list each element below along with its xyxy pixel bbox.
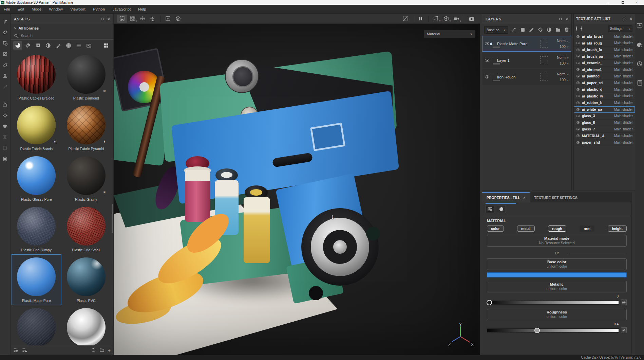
menu-help[interactable]: Help <box>134 7 150 11</box>
filter-brushes-icon[interactable] <box>54 41 63 50</box>
texture-set-row[interactable]: glass_5Main shader <box>574 120 635 126</box>
restore-button[interactable] <box>615 0 630 5</box>
material-cell[interactable]: Plastic Grid Bumpy <box>12 204 61 254</box>
uv-grid-icon[interactable]: ∨ <box>127 15 137 23</box>
visibility-icon[interactable] <box>576 75 580 77</box>
texture-set-row[interactable]: ai_alu_bruslMain shader <box>574 33 635 40</box>
visibility-icon[interactable] <box>576 82 580 84</box>
close-panel-icon[interactable]: × <box>630 17 632 21</box>
render-icon[interactable] <box>2 156 8 162</box>
roughness-box[interactable]: Roughness uniform color <box>487 309 627 320</box>
roughness-texture-button[interactable] <box>621 327 627 333</box>
eraser-tool-icon[interactable] <box>2 29 8 35</box>
texture-set-row[interactable]: ai_brush_paMain shader <box>574 53 635 60</box>
mask-slot[interactable] <box>540 56 548 64</box>
layer-visibility-icon[interactable] <box>485 75 489 78</box>
material-cell[interactable] <box>61 305 111 345</box>
add-asset-button[interactable]: + <box>108 348 111 353</box>
texture-set-row[interactable]: glass_7Main shader <box>574 126 635 133</box>
channel-filter-dropdown[interactable]: Base co∨ <box>484 26 508 34</box>
visibility-icon[interactable] <box>576 49 580 51</box>
float-panel-icon[interactable] <box>101 18 103 20</box>
clone-tool-icon[interactable] <box>2 73 8 78</box>
metallic-texture-button[interactable] <box>621 300 627 305</box>
photo-camera-icon[interactable] <box>467 15 477 23</box>
menu-window[interactable]: Window <box>45 7 67 11</box>
add-effect-icon[interactable] <box>537 27 543 33</box>
material-cell[interactable]: Plastic Grid Small <box>61 204 111 254</box>
video-camera-icon[interactable]: ∨ <box>451 15 461 23</box>
solo-visibility-icon[interactable] <box>581 26 582 31</box>
visibility-icon[interactable] <box>576 108 580 111</box>
visibility-icon[interactable] <box>576 35 580 38</box>
geometry-mask-icon[interactable] <box>117 15 127 23</box>
wireframe-off-icon[interactable] <box>400 15 411 23</box>
mask-slot[interactable] <box>540 73 548 81</box>
close-panel-icon[interactable]: × <box>108 17 110 21</box>
channel-nrm[interactable]: nrm <box>580 226 594 232</box>
paint-tool-icon[interactable] <box>2 18 8 24</box>
shader-settings-icon[interactable] <box>636 41 643 49</box>
opacity-dropdown[interactable]: 100∨ <box>560 78 569 82</box>
material-cell[interactable]: ∗Plastic Fabric Bands <box>12 103 61 153</box>
material-cell[interactable]: Plastic PVC <box>61 254 111 305</box>
material-cell[interactable]: ∗Plastic Grainy <box>61 153 111 204</box>
float-panel-icon[interactable] <box>624 18 626 20</box>
add-paint-layer-icon[interactable] <box>529 27 534 33</box>
texture-set-row[interactable]: glass_3Main shader <box>574 113 635 120</box>
texture-set-row[interactable]: ai_painted_Main shader <box>574 73 635 80</box>
close-button[interactable]: × <box>630 0 644 5</box>
visibility-icon[interactable] <box>576 115 580 117</box>
tsl-settings-dropdown[interactable]: Settings∨ <box>608 25 632 32</box>
filter-smart-materials-icon[interactable] <box>23 41 32 50</box>
layer-row-iron-rough[interactable]: Iron Rough Norm∨ 100∨ <box>482 69 571 85</box>
export-icon[interactable] <box>2 102 8 107</box>
add-mask-icon[interactable] <box>546 27 552 33</box>
fill-properties-icon[interactable] <box>485 205 494 213</box>
menu-viewport[interactable]: Viewport <box>67 7 89 11</box>
search-input[interactable] <box>21 34 89 38</box>
texture-set-row[interactable]: ai_brush_fuMain shader <box>574 47 635 53</box>
add-folder-icon[interactable] <box>555 27 561 33</box>
add-fill-layer-icon[interactable] <box>520 27 526 33</box>
material-cell[interactable]: Plastic Glossy Pure <box>12 153 61 204</box>
list-view-icon[interactable] <box>13 348 19 353</box>
base-color-swatch[interactable] <box>487 272 627 277</box>
shading-mode-dropdown[interactable]: Material ∨ <box>424 30 475 38</box>
grid-view-icon[interactable] <box>102 41 111 50</box>
texture-set-row[interactable]: paper_shdMain shader <box>574 139 635 146</box>
blend-mode-dropdown[interactable]: Norm∨ <box>557 39 569 43</box>
scene-3d[interactable]: ↕ Y X Z <box>114 24 480 355</box>
filter-environments-icon[interactable] <box>84 41 93 50</box>
filter-textures-icon[interactable] <box>74 41 83 50</box>
visibility-icon[interactable] <box>576 121 580 124</box>
add-frame-icon[interactable] <box>163 15 173 23</box>
metallic-slider-handle[interactable] <box>487 300 492 305</box>
opacity-dropdown[interactable]: 100∨ <box>560 61 569 65</box>
axis-gizmo[interactable]: Y X Z <box>446 323 475 349</box>
visibility-icon[interactable] <box>576 68 580 71</box>
list-folder-view-icon[interactable] <box>22 348 27 353</box>
opacity-dropdown[interactable]: 100∨ <box>560 44 569 49</box>
pause-engine-icon[interactable] <box>416 15 426 23</box>
menu-edit[interactable]: Edit <box>14 7 28 11</box>
reset-rotation-icon[interactable] <box>173 15 183 23</box>
material-cell[interactable]: Plastic Cables Braided <box>12 52 61 103</box>
polygon-fill-tool-icon[interactable] <box>2 51 8 57</box>
refresh-icon[interactable] <box>91 347 96 353</box>
texture-set-row[interactable]: ai_paper_stiMain shader <box>574 80 635 87</box>
texture-set-row[interactable]: ai_plastic_wMain shader <box>574 93 635 100</box>
texture-set-row[interactable]: ai_ceramic_Main shader <box>574 60 635 67</box>
material-ball-icon[interactable] <box>497 205 506 213</box>
texture-set-row[interactable]: ai_rubber_bMain shader <box>574 100 635 106</box>
filter-alphas-icon[interactable] <box>64 41 73 50</box>
menu-file[interactable]: File <box>0 7 14 11</box>
texture-set-row[interactable]: MATERIAL_AMain shader <box>574 133 635 140</box>
toggle-all-visibility-icon[interactable] <box>576 26 577 31</box>
roughness-slider[interactable] <box>487 328 619 332</box>
color-picker-tool-icon[interactable] <box>2 84 8 89</box>
texture-set-row[interactable]: ai_chrome1Main shader <box>574 67 635 73</box>
history-icon[interactable] <box>636 60 643 68</box>
log-icon[interactable] <box>637 79 643 87</box>
visibility-icon[interactable] <box>576 102 580 104</box>
